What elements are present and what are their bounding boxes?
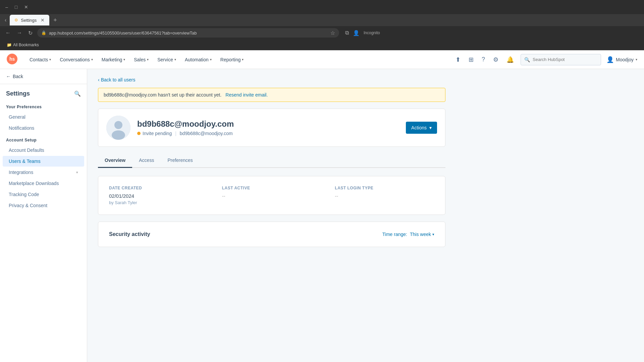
sidebar-item-notifications[interactable]: Notifications (3, 123, 84, 133)
tab-close-icon[interactable]: ✕ (41, 17, 45, 23)
new-tab-button[interactable]: + (51, 17, 60, 24)
nav-reporting-label: Reporting (220, 57, 241, 62)
nav-service-chevron-icon: ▾ (174, 58, 176, 61)
actions-button[interactable]: Actions ▾ (406, 122, 437, 134)
sidebar-item-users-teams[interactable]: Users & Teams (3, 156, 84, 167)
security-activity-header: Security activity Time range: This week … (109, 231, 434, 237)
tab-preferences-label: Preferences (167, 158, 193, 163)
extensions-icon[interactable]: ⧉ (345, 30, 349, 36)
security-activity-title: Security activity (109, 231, 150, 237)
sidebar-item-account-defaults[interactable]: Account Defaults (3, 145, 84, 156)
search-box[interactable]: 🔍 (521, 54, 601, 65)
tab-access[interactable]: Access (132, 154, 161, 168)
sidebar-section-account-setup: Account Setup (0, 134, 87, 144)
maximize-button[interactable]: □ (13, 4, 19, 10)
sidebar-item-privacy-consent[interactable]: Privacy & Consent (3, 200, 84, 211)
svg-point-3 (114, 121, 122, 129)
date-created-by: by Sarah Tyler (109, 200, 209, 205)
minimize-button[interactable]: – (3, 4, 10, 10)
sidebar-item-general[interactable]: General (3, 112, 84, 122)
all-bookmarks-link[interactable]: 📁 All Bookmarks (4, 42, 42, 48)
nav-service[interactable]: Service ▾ (153, 54, 180, 65)
nav-service-label: Service (157, 57, 173, 62)
tab-back-button[interactable]: ‹ (3, 16, 8, 24)
user-meta-row: Invite pending | bd9b688c@moodjoy.com (137, 131, 399, 136)
incognito-label: Incognito (364, 31, 380, 35)
back-to-all-users-link[interactable]: ‹ Back to all users (98, 77, 445, 82)
sidebar-item-tracking-code[interactable]: Tracking Code (3, 189, 84, 200)
stat-date-created: DATE CREATED 02/01/2024 by Sarah Tyler (109, 186, 209, 205)
tab-overview[interactable]: Overview (98, 154, 132, 168)
active-tab[interactable]: ⚙ Settings ✕ (10, 15, 49, 25)
back-button[interactable]: ← Back (0, 69, 87, 84)
resend-invite-link[interactable]: Resend invite email. (225, 92, 268, 98)
hubspot-logo[interactable]: hs (7, 54, 17, 65)
svg-point-4 (112, 130, 125, 140)
notifications-icon[interactable]: 🔔 (505, 55, 515, 65)
user-name-label: Moodjoy (616, 57, 634, 62)
browser-forward-button[interactable]: → (15, 28, 23, 37)
actions-label: Actions (411, 125, 427, 130)
url-text: app.hubspot.com/settings/45105500/users/… (49, 31, 197, 36)
nav-marketing-chevron-icon: ▾ (123, 58, 125, 61)
help-icon[interactable]: ? (480, 55, 486, 64)
back-label: Back (13, 74, 23, 79)
tab-title: Settings (21, 18, 37, 23)
lock-icon: 🔒 (41, 31, 46, 35)
tab-overview-label: Overview (105, 158, 125, 163)
back-link-arrow-icon: ‹ (98, 77, 100, 82)
browser-back-button[interactable]: ← (4, 28, 12, 37)
sidebar-item-notifications-label: Notifications (9, 125, 34, 131)
tab-preferences[interactable]: Preferences (161, 154, 199, 168)
sidebar-title: Settings (6, 90, 30, 97)
warning-text: bd9b688c@moodjoy.com hasn't set up their… (104, 92, 221, 98)
sidebar-item-marketplace-label: Marketplace Downloads (9, 181, 59, 186)
stat-last-active: LAST ACTIVE -- (222, 186, 322, 205)
upgrade-icon[interactable]: ⬆ (454, 55, 462, 65)
main-area: ← Back Settings 🔍 Your Preferences Gener… (0, 69, 644, 362)
overview-stats-row: DATE CREATED 02/01/2024 by Sarah Tyler L… (109, 186, 434, 205)
sidebar-item-marketplace-downloads[interactable]: Marketplace Downloads (3, 178, 84, 189)
nav-contacts[interactable]: Contacts ▾ (25, 54, 55, 65)
sidebar-section-your-preferences: Your Preferences (0, 101, 87, 111)
nav-conversations-label: Conversations (60, 57, 90, 62)
profile-icon[interactable]: 👤 (353, 30, 360, 36)
last-active-value: -- (222, 193, 322, 199)
nav-reporting[interactable]: Reporting ▾ (216, 54, 248, 65)
nav-right-section: ⬆ ⊞ ? ⚙ 🔔 🔍 👤 Moodjoy ▾ (454, 54, 637, 65)
tabs-row: Overview Access Preferences (98, 154, 445, 168)
settings-icon[interactable]: ⚙ (492, 55, 500, 65)
nav-marketing-label: Marketing (102, 57, 122, 62)
incognito-text: Incognito (364, 31, 380, 35)
address-bar-row: ← → ↻ 🔒 app.hubspot.com/settings/4510550… (0, 26, 644, 40)
actions-chevron-icon: ▾ (429, 125, 432, 130)
close-button[interactable]: ✕ (22, 4, 30, 10)
nav-automation[interactable]: Automation ▾ (181, 54, 216, 65)
main-nav-menu: Contacts ▾ Conversations ▾ Marketing ▾ S… (25, 54, 454, 65)
nav-conversations-chevron-icon: ▾ (91, 58, 93, 61)
date-created-value: 02/01/2024 (109, 193, 209, 199)
time-range-label: Time range: (382, 232, 407, 237)
time-range-value: This week (410, 232, 431, 237)
nav-marketing[interactable]: Marketing ▾ (98, 54, 129, 65)
user-profile-section: bd9b688c@moodjoy.com Invite pending | bd… (98, 109, 445, 147)
last-active-label: LAST ACTIVE (222, 186, 322, 190)
search-input[interactable] (533, 57, 597, 62)
browser-refresh-button[interactable]: ↻ (27, 28, 34, 38)
sidebar-search-icon[interactable]: 🔍 (74, 90, 81, 97)
inner-content: ‹ Back to all users bd9b688c@moodjoy.com… (87, 69, 456, 262)
integrations-chevron-icon: ▾ (76, 170, 78, 175)
marketplace-icon[interactable]: ⊞ (467, 55, 475, 65)
nav-conversations[interactable]: Conversations ▾ (56, 54, 97, 65)
time-range-selector[interactable]: Time range: This week ▾ (382, 232, 434, 237)
nav-automation-chevron-icon: ▾ (210, 58, 212, 61)
sidebar-item-integrations[interactable]: Integrations ▾ (3, 167, 84, 178)
bookmark-star-icon[interactable]: ☆ (330, 30, 335, 36)
user-menu[interactable]: 👤 Moodjoy ▾ (606, 56, 637, 63)
address-bar[interactable]: 🔒 app.hubspot.com/settings/45105500/user… (37, 28, 339, 38)
bookmarks-label: All Bookmarks (13, 43, 39, 47)
warning-banner: bd9b688c@moodjoy.com hasn't set up their… (98, 88, 445, 102)
nav-sales-label: Sales (134, 57, 146, 62)
user-avatar (106, 116, 130, 140)
nav-sales[interactable]: Sales ▾ (130, 54, 153, 65)
